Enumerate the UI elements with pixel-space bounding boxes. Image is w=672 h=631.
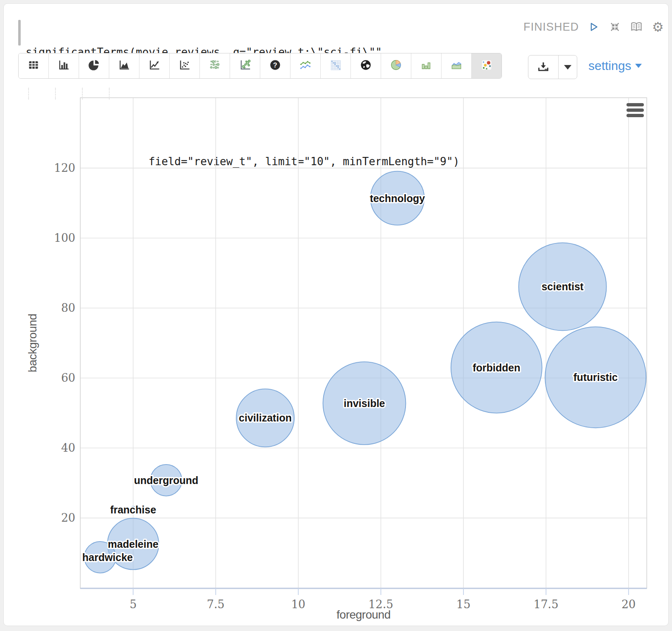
bubble-label-hardwicke: hardwicke <box>82 552 133 563</box>
y-axis-title: background <box>26 314 39 372</box>
bubble-label-franchise: franchise <box>110 504 156 515</box>
x-tick-label: 7.5 <box>207 598 225 611</box>
y-tick-label: 100 <box>54 231 75 244</box>
x-tick-label: 20 <box>622 598 636 611</box>
bubble-label-forbidden: forbidden <box>473 362 520 373</box>
bubble-label-futuristic: futuristic <box>574 371 618 383</box>
hamburger-icon <box>626 103 644 106</box>
x-tick-label: 10 <box>291 598 305 611</box>
y-tick-label: 40 <box>61 441 75 454</box>
notebook-page: { "paragraph": { "code_line1": "signific… <box>0 0 672 631</box>
y-tick-label: 80 <box>61 301 75 314</box>
bubble-label-technology: technology <box>370 193 425 204</box>
y-tick-label: 60 <box>61 371 75 384</box>
bubble-label-madeleine: madeleine <box>108 538 158 550</box>
bubble-label-underground: underground <box>134 474 199 486</box>
bubble-chart: 57.51012.51517.52020406080100120foregrou… <box>0 0 672 631</box>
bubble-label-civilization: civilization <box>239 412 292 424</box>
y-tick-label: 20 <box>61 511 75 524</box>
x-axis-title: foreground <box>336 608 390 621</box>
chart-context-menu-button[interactable] <box>626 103 644 117</box>
x-tick-label: 15 <box>456 598 470 611</box>
bubble-label-invisible: invisible <box>343 397 385 409</box>
bubble-label-scientist: scientist <box>542 281 584 292</box>
y-tick-label: 120 <box>54 161 75 174</box>
x-tick-label: 17.5 <box>533 598 558 611</box>
x-tick-label: 5 <box>130 598 137 611</box>
